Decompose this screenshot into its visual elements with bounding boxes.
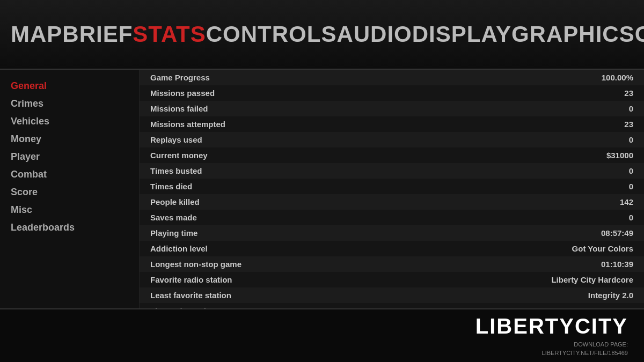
stat-value: 0: [629, 213, 633, 222]
sidebar-item-combat[interactable]: Combat: [11, 169, 128, 180]
stat-value: 100.00%: [602, 73, 633, 82]
table-row: Saves made0: [140, 210, 644, 225]
table-row: Replays used0: [140, 132, 644, 147]
stat-value: 0: [629, 182, 633, 191]
stat-label: Playing time: [150, 228, 197, 238]
stat-value: 142: [620, 197, 633, 206]
stat-label: Replays used: [150, 135, 202, 144]
stat-value: 23: [624, 120, 633, 129]
table-row: Game Progress100.00%: [140, 70, 644, 85]
footer: LibertyCity DOWNLOAD PAGE:LIBERTYCITY.NE…: [0, 308, 644, 362]
stat-label: Missions failed: [150, 104, 208, 113]
stat-label: Times died: [150, 182, 192, 191]
stat-value: 0: [629, 104, 633, 113]
table-row: Current money$31000: [140, 147, 644, 163]
stat-value: Got Your Colors: [572, 244, 633, 253]
table-row: Playing time08:57:49: [140, 225, 644, 241]
stat-label: Current money: [150, 151, 208, 160]
table-row: Missions passed23: [140, 85, 644, 101]
table-row: Longest non-stop game01:10:39: [140, 256, 644, 272]
stat-value: 01:10:39: [601, 260, 633, 269]
nav-item-audio[interactable]: Audio: [336, 21, 412, 47]
stat-label: Times cheated: [150, 306, 206, 308]
stat-label: Missions passed: [150, 88, 215, 98]
stat-label: Game Progress: [150, 73, 210, 82]
table-row: Addiction levelGot Your Colors: [140, 241, 644, 256]
top-navigation: MapBriefStatsControlsAudioDisplayGraphic…: [0, 0, 644, 70]
nav-item-map[interactable]: Map: [11, 21, 62, 47]
nav-item-stats[interactable]: Stats: [133, 21, 206, 47]
stat-value: 23: [624, 88, 633, 98]
stat-label: Missions attempted: [150, 120, 225, 129]
stat-label: Favorite radio station: [150, 275, 232, 284]
table-row: Missions failed0: [140, 101, 644, 116]
sidebar-item-player[interactable]: Player: [11, 151, 128, 162]
table-row: Times died0: [140, 179, 644, 194]
stat-label: Addiction level: [150, 244, 208, 253]
stat-value: 08:57:49: [601, 228, 633, 238]
table-row: People killed142: [140, 194, 644, 210]
stat-value: Integrity 2.0: [588, 291, 633, 300]
download-text: DOWNLOAD PAGE:LIBERTYCITY.NET/FILE/18546…: [542, 341, 628, 357]
table-row: Times busted0: [140, 163, 644, 179]
stat-label: People killed: [150, 197, 200, 206]
sidebar-item-misc[interactable]: Misc: [11, 204, 128, 216]
logo-text: LibertyCity: [475, 314, 628, 338]
sidebar-item-leaderboards[interactable]: Leaderboards: [11, 222, 128, 233]
stat-value: Liberty City Hardcore: [551, 275, 633, 284]
nav-item-game[interactable]: Game: [635, 21, 644, 47]
stat-label: Longest non-stop game: [150, 260, 241, 269]
stat-value: 0: [629, 135, 633, 144]
table-row: Favorite radio stationLiberty City Hardc…: [140, 272, 644, 287]
sidebar-item-vehicles[interactable]: Vehicles: [11, 116, 128, 127]
nav-item-controls[interactable]: Controls: [206, 21, 337, 47]
table-row: Times cheated0: [140, 303, 644, 308]
stat-label: Least favorite station: [150, 291, 231, 300]
sidebar-item-score[interactable]: Score: [11, 187, 128, 198]
table-row: Least favorite stationIntegrity 2.0: [140, 287, 644, 303]
stat-value: $31000: [606, 151, 633, 160]
stat-label: Times busted: [150, 166, 202, 175]
stat-label: Saves made: [150, 213, 197, 222]
stats-table: Game Progress100.00%Missions passed23Mis…: [140, 70, 644, 308]
sidebar-item-general[interactable]: General: [11, 80, 128, 92]
stat-value: 0: [629, 166, 633, 175]
nav-item-brief[interactable]: Brief: [62, 21, 133, 47]
sidebar-item-crimes[interactable]: Crimes: [11, 98, 128, 109]
table-row: Missions attempted23: [140, 116, 644, 132]
stat-value: 0: [629, 306, 633, 308]
sidebar-item-money[interactable]: Money: [11, 134, 128, 145]
sidebar: GeneralCrimesVehiclesMoneyPlayerCombatSc…: [0, 70, 140, 308]
main-content: GeneralCrimesVehiclesMoneyPlayerCombatSc…: [0, 70, 644, 308]
nav-item-display[interactable]: Display: [412, 21, 511, 47]
nav-item-graphics[interactable]: Graphics: [511, 21, 635, 47]
logo-area: LibertyCity DOWNLOAD PAGE:LIBERTYCITY.NE…: [475, 314, 628, 357]
